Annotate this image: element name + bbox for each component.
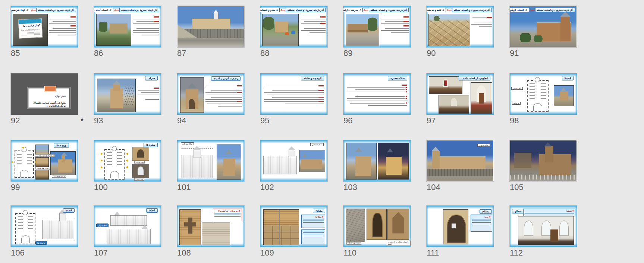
- church-tower: [545, 146, 553, 162]
- church-shape: [301, 159, 321, 169]
- caption-entry-south: ورودی ضلع جنوبی (اصلی): [35, 154, 55, 157]
- slide88-body-text: [301, 15, 326, 33]
- slide100-title-box: پنجره ها: [144, 143, 158, 147]
- carved-doorway: [372, 213, 383, 237]
- slide-thumbnail-94[interactable]: وضعیت کنونی و قدمت: [177, 73, 245, 115]
- slide-number: 87: [177, 48, 186, 58]
- slide-thumbnail-89[interactable]: آثار تاریخی معروف و باستانی منطقه ⇦ ۶- م…: [343, 6, 411, 48]
- slide98-title-box: فضاها: [562, 76, 574, 80]
- slide-cell-102: نمای شمالی 102: [260, 140, 328, 182]
- slide106-elevation-drawing: [42, 220, 74, 239]
- tree-shape: [368, 18, 377, 35]
- slide-thumbnail-108[interactable]: مصالح ❖ آجر و ملات ( بند کشی ها ):: [177, 205, 245, 247]
- umbrella-orange: [285, 32, 289, 35]
- slide97-photo-interior-1: [429, 76, 462, 94]
- arch-window: [559, 221, 569, 236]
- slide110-photo-altar: [387, 209, 409, 240]
- slide89-header: آثار تاریخی معروف و باستانی منطقه ⇦ ۶- م…: [345, 7, 409, 13]
- slide-cell-108: مصالح ❖ آجر و ملات ( بند کشی ها ): 108: [177, 205, 245, 247]
- slide96-title-box: سبک معماری: [388, 76, 407, 80]
- slide-thumbnail-87[interactable]: [177, 6, 245, 48]
- slide-thumbnail-100[interactable]: پنجره ها نمای بیرونی نمای داخلی: [94, 140, 161, 182]
- slide-number: 97: [427, 116, 436, 126]
- stairs-shape: [178, 25, 197, 38]
- slide-number: 107: [94, 248, 108, 258]
- slide-thumbnail-97[interactable]: تصاویری از فضای داخلی: [426, 73, 494, 115]
- slide105-photo-dusk: [510, 140, 577, 181]
- slide-thumbnail-112[interactable]: مصالح ❖ شیشه:: [509, 205, 577, 247]
- slide-number: 109: [260, 248, 274, 258]
- caption-stone-decor: تزیینات سنگی به کار رفته در کلیسا: [387, 241, 411, 246]
- slide-number: 85: [11, 48, 20, 58]
- red-arrow-icon: ⇦: [280, 8, 285, 12]
- slide-thumbnail-103[interactable]: [343, 140, 411, 182]
- caption-stone-mihrab: محراب های سنگی: [346, 242, 361, 245]
- slide-thumbnail-88[interactable]: آثار تاریخی معروف و باستانی منطقه ⇦ ۵- م…: [260, 6, 328, 48]
- slide-cell-90: آثار تاریخی معروف و باستانی منطقه ⇦ ۷- ق…: [426, 6, 494, 48]
- header-box: آثار تاریخی معروف و باستانی منطقه: [286, 8, 326, 12]
- slide-cell-98: فضاها تالار اصلی ورودی 98: [509, 73, 577, 115]
- slide94-body-text: [205, 84, 242, 107]
- slide-thumbnail-99[interactable]: ورودی ها ورودی ضلع جنوبی (اصلی) ورودی ضل…: [10, 140, 78, 182]
- slide-cell-106: فضاها ورودی ها 106: [10, 205, 78, 247]
- altar-red: [444, 80, 447, 86]
- header-box: آثار تاریخی معروف و باستانی منطقه: [369, 8, 409, 12]
- slide-thumbnail-96[interactable]: سبک معماری: [343, 73, 411, 115]
- slide104-label: نمای جنوبی: [477, 144, 490, 147]
- slide-thumbnail-93[interactable]: معرفی: [94, 73, 161, 115]
- steeple-shape: [214, 13, 218, 19]
- slide-thumbnail-85[interactable]: آثار تاریخی معروف و باستانی منطقه ⇦ ۳- گ…: [10, 6, 78, 48]
- slide-thumbnail-109[interactable]: مصالح ❖ سنگ ها:: [260, 205, 328, 247]
- bare-tree: [125, 86, 133, 105]
- slide93-title-box: معرفی: [145, 76, 158, 80]
- slide-thumbnail-95[interactable]: تاریخچه و پیشینه: [260, 73, 328, 115]
- tower-spire: [225, 150, 232, 154]
- tower-spire: [387, 148, 393, 152]
- slide-cell-94: وضعیت کنونی و قدمت 94: [177, 73, 245, 115]
- slide-thumbnail-105[interactable]: [509, 140, 577, 182]
- slide-thumbnail-104[interactable]: نمای جنوبی: [426, 140, 494, 182]
- wooden-door: [447, 215, 466, 244]
- slide86-header: آثار تاریخی معروف و باستانی منطقه ⇦ ۴- ک…: [95, 7, 159, 13]
- slide-cell-89: آثار تاریخی معروف و باستانی منطقه ⇦ ۶- م…: [343, 6, 411, 48]
- damage-box-title: ❖ آجر و ملات ( بند کشی ها ):: [214, 210, 241, 212]
- slide-cell-96: سبک معماری 96: [343, 73, 411, 115]
- slide-thumbnail-107[interactable]: فضاها اتاق چوبی: [94, 205, 161, 247]
- slide-cell-97: تصاویری از فضای داخلی 97: [426, 73, 494, 115]
- slide-cell-88: آثار تاریخی معروف و باستانی منطقه ⇦ ۵- م…: [260, 6, 328, 48]
- yellow-arrow: [125, 153, 128, 155]
- church-tower: [113, 83, 120, 91]
- sign-smalltext: [21, 32, 40, 36]
- orange-tab: [44, 86, 56, 92]
- slide86-title-box: ۴- کلیسای آنجلی ( حضرت مریم ): [94, 8, 113, 12]
- slide102-label: نمای شمالی: [310, 143, 324, 146]
- slide-thumbnail-91[interactable]: آثار تاریخی معروف و باستانی منطقه ⇦ ۸- ک…: [509, 6, 577, 48]
- slide-number: 105: [510, 183, 524, 192]
- slide103-photo-day: [346, 143, 377, 180]
- slide99-small-photo-1: [35, 145, 49, 154]
- tower-spire: [544, 142, 552, 146]
- slide-number: 104: [427, 183, 440, 192]
- slide-number: 93: [94, 116, 103, 126]
- slide-cell-86: آثار تاریخی معروف و باستانی منطقه ⇦ ۴- ک…: [94, 6, 161, 48]
- slide110-photo-texture: [346, 209, 365, 242]
- slide-number: 100: [94, 183, 108, 192]
- yellow-arrow: [125, 159, 128, 162]
- slide-thumbnail-92[interactable]: بخش چهارم : معماری و آسیب شناسی کلیسای ک…: [10, 73, 78, 115]
- slide-thumbnail-110[interactable]: محراب های سنگی تزیینات سنگی به کار رفته …: [343, 205, 411, 247]
- tower-spire: [188, 83, 197, 88]
- slide-thumbnail-86[interactable]: آثار تاریخی معروف و باستانی منطقه ⇦ ۴- ک…: [94, 6, 161, 48]
- slide-thumbnail-98[interactable]: فضاها تالار اصلی ورودی: [509, 73, 577, 115]
- building-shape: [275, 22, 288, 32]
- section-title-frame: بخش چهارم : معماری و آسیب شناسی کلیسای ک…: [28, 88, 69, 108]
- slide-cell-110: محراب های سنگی تزیینات سنگی به کار رفته …: [343, 205, 411, 247]
- header-box: آثار تاریخی معروف و باستانی منطقه: [119, 8, 159, 12]
- slide-thumbnail-102[interactable]: نمای شمالی: [260, 140, 328, 182]
- slide-thumbnail-106[interactable]: فضاها ورودی ها: [10, 205, 78, 247]
- tower-spire: [61, 152, 67, 156]
- slide-thumbnail-90[interactable]: آثار تاریخی معروف و باستانی منطقه ⇦ ۷- ق…: [426, 6, 494, 48]
- caption-entry-west: ورودی ضلع غربی: [52, 175, 66, 178]
- slide-thumbnail-111[interactable]: مصالح ❖ چوب:: [426, 205, 494, 247]
- slide-thumbnail-101[interactable]: نمای شرقی: [177, 140, 245, 182]
- section-kicker: بخش چهارم :: [54, 95, 66, 97]
